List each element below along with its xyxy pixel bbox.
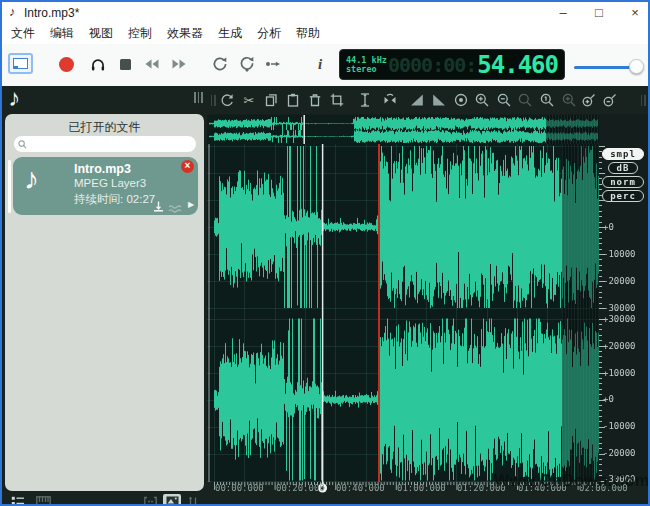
title-bar: ♪ Intro.mp3* – □ ×	[2, 2, 648, 23]
list-icon	[11, 496, 25, 506]
miniature-view-button[interactable]	[163, 494, 181, 506]
loop-icon	[211, 55, 229, 73]
app-icon: ♪	[9, 4, 16, 19]
copy-button[interactable]	[262, 91, 280, 109]
file-name: Intro.mp3	[74, 162, 131, 176]
monitor-button[interactable]	[89, 55, 107, 77]
loop-dot-icon	[238, 55, 256, 73]
download-icon	[152, 200, 165, 213]
channel-mode: stereo	[346, 65, 388, 74]
zoom-selection-button[interactable]	[560, 91, 578, 109]
file-play-button[interactable]: ▶	[188, 200, 194, 209]
search-icon	[18, 140, 27, 149]
loop-region-button[interactable]	[142, 495, 158, 506]
close-button[interactable]: ×	[628, 5, 642, 20]
zoom-selection-icon	[561, 92, 577, 108]
fade-out-button[interactable]	[430, 91, 448, 109]
sort-button[interactable]	[185, 495, 201, 506]
vertical-zoom-in-button[interactable]	[580, 91, 598, 109]
waveform-editor[interactable]	[207, 114, 650, 494]
timeline-label: 00:00.000	[215, 483, 269, 493]
info-button[interactable]: i	[318, 56, 322, 73]
scale-label: +30000	[603, 314, 649, 324]
reverse-button[interactable]	[381, 91, 399, 109]
amplitude-icon	[357, 92, 373, 108]
forward-button[interactable]	[170, 56, 188, 76]
rewind-button[interactable]	[143, 56, 161, 76]
zoom-one-to-one-button[interactable]	[538, 91, 556, 109]
volume-slider-knob[interactable]	[629, 59, 644, 74]
file-list-view-button[interactable]	[10, 495, 26, 506]
minimize-button[interactable]: –	[556, 5, 570, 20]
paste-icon	[285, 92, 301, 108]
scale-mode-perc[interactable]: perc	[602, 190, 644, 202]
loop-selection-button[interactable]	[238, 55, 256, 77]
scale-mode-db[interactable]: dB	[608, 162, 638, 174]
file-duration: 持续时间: 02:27	[74, 192, 155, 207]
stop-button[interactable]	[120, 59, 131, 70]
record-button[interactable]	[59, 57, 74, 72]
menu-edit[interactable]: 编辑	[50, 25, 74, 42]
scale-label: +10000	[603, 368, 649, 378]
file-format: MPEG Layer3	[74, 177, 146, 189]
trash-icon	[307, 92, 323, 108]
time-dim-digits: 0000:00:	[388, 53, 476, 77]
file-note-icon: ♪	[24, 162, 39, 196]
paste-button[interactable]	[284, 91, 302, 109]
play-cursor-icon	[264, 56, 282, 72]
timeline-label: 00:20.000	[276, 483, 330, 493]
copy-icon	[263, 92, 279, 108]
selection-tool-button[interactable]	[8, 53, 33, 74]
scale-label: -20000	[603, 276, 649, 286]
sort-arrows-icon	[187, 496, 199, 506]
file-save-button[interactable]	[152, 199, 165, 217]
brackets-icon	[143, 496, 158, 506]
redo-button[interactable]	[218, 91, 236, 109]
zoom-in-icon	[474, 92, 490, 108]
keyboard-icon	[36, 496, 51, 506]
file-close-button[interactable]: ×	[181, 160, 194, 173]
vzoom-in-icon	[581, 92, 597, 108]
normalize-icon	[453, 92, 469, 108]
timeline-label: 00:40.000	[336, 483, 390, 493]
scale-mode-norm[interactable]: norm	[602, 176, 644, 188]
window-controls: – □ ×	[556, 2, 642, 23]
menu-help[interactable]: 帮助	[296, 25, 320, 42]
app-note-logo: ♪	[8, 84, 20, 112]
menu-view[interactable]: 视图	[89, 25, 113, 42]
time-value: 54.460	[477, 51, 558, 79]
maximize-button[interactable]: □	[592, 5, 606, 20]
panel-grip[interactable]	[194, 92, 203, 103]
file-wave-button[interactable]	[168, 200, 182, 218]
adjust-amplitude-button[interactable]	[356, 91, 374, 109]
fast-forward-icon	[170, 56, 188, 72]
scale-label: -10000	[603, 421, 649, 431]
vertical-zoom-out-button[interactable]	[601, 91, 619, 109]
delete-button[interactable]	[306, 91, 324, 109]
menu-file[interactable]: 文件	[11, 25, 35, 42]
play-from-cursor-button[interactable]	[264, 56, 282, 76]
zoom-reset-button[interactable]	[516, 91, 534, 109]
scale-label: -20000	[603, 448, 649, 458]
menu-control[interactable]: 控制	[128, 25, 152, 42]
file-search-input[interactable]	[14, 136, 196, 152]
scale-label: +20000	[603, 341, 649, 351]
zoom-icon	[517, 92, 533, 108]
menu-analyze[interactable]: 分析	[257, 25, 281, 42]
menu-generate[interactable]: 生成	[218, 25, 242, 42]
zoom-in-button[interactable]	[473, 91, 491, 109]
trim-button[interactable]	[328, 91, 346, 109]
menu-effects[interactable]: 效果器	[167, 25, 203, 42]
zoom-out-button[interactable]	[495, 91, 513, 109]
loop-button[interactable]	[211, 55, 229, 77]
normalize-button[interactable]	[452, 91, 470, 109]
cut-button[interactable]: ✂	[240, 91, 258, 109]
menu-bar: 文件 编辑 视图 控制 效果器 生成 分析 帮助	[2, 23, 648, 44]
scale-mode-smpl[interactable]: smpl	[602, 148, 644, 160]
zoom-out-icon	[496, 92, 512, 108]
scale-label: +0	[603, 394, 649, 404]
keyboard-view-button[interactable]	[35, 495, 51, 506]
fade-in-button[interactable]	[408, 91, 426, 109]
time-display: 44.1 kHz stereo 0000:00: 54.460	[339, 49, 565, 80]
selected-file-indicator	[8, 160, 11, 213]
